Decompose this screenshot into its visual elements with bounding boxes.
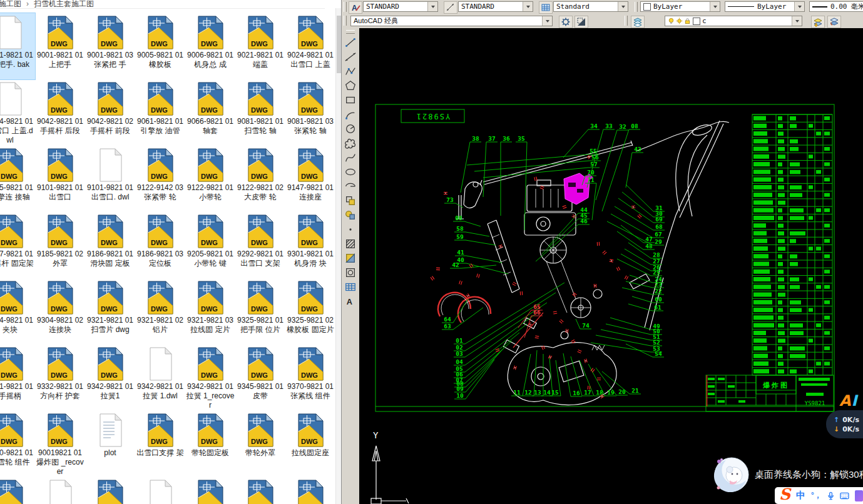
workspace-settings-gear-icon[interactable] [559, 16, 573, 28]
file-item[interactable]: DWG 9325-9821 02橡胶板 固定片 [285, 278, 335, 345]
dropdown-arrow-icon[interactable] [523, 2, 533, 11]
file-item[interactable]: DWG 拉线固定座 [285, 411, 335, 477]
file-item[interactable]: DWG [285, 477, 335, 504]
file-item[interactable]: DWG [85, 477, 135, 504]
file-item[interactable]: DWG 9321-9821 01扫雪片 dwg [85, 278, 135, 345]
tool-spline-button[interactable] [343, 150, 358, 164]
file-item[interactable]: DWG 9081-9821 03张紧轮 轴 [285, 79, 335, 146]
tool-line-button[interactable] [343, 35, 358, 49]
file-item[interactable]: DWG 9101-9821 01出雪口. dwl [85, 146, 135, 212]
file-item[interactable]: DWG 9122-9142 03张紧带 轮 [135, 146, 185, 212]
file-item[interactable]: DWG 9001-9821 01上把手 [35, 13, 85, 79]
file-item[interactable]: DWG 9085-9821 01引擎连 接轴 [0, 146, 35, 212]
linetype-dropdown[interactable]: ByLayer [725, 1, 805, 12]
tool-point-button[interactable] [343, 222, 358, 236]
file-item[interactable]: DWG 9081-9821 01扫雪轮 轴 [235, 79, 285, 146]
microphone-icon[interactable] [827, 491, 834, 500]
file-item[interactable]: DWG 9440-9821 01扫雪轮 组件 [0, 411, 35, 477]
keyboard-icon[interactable] [840, 492, 849, 500]
dropdown-arrow-icon[interactable] [542, 16, 552, 26]
file-item[interactable]: DWG 9061-9821 01引擎放 油管 [135, 79, 185, 146]
ime-skin-icon[interactable] [855, 490, 863, 501]
pet-puppy-moon-icon[interactable] [713, 456, 750, 493]
toolbar-grip[interactable] [344, 16, 347, 26]
dim-style-dropdown[interactable]: STANDARD [458, 1, 533, 12]
file-item[interactable]: DWG [35, 477, 85, 504]
layer-dropdown[interactable]: c [665, 16, 802, 26]
file-item[interactable]: DWG 9332-9821 01方向杆 护套 [35, 345, 85, 411]
layer-previous-icon[interactable] [827, 16, 841, 28]
file-item[interactable]: DWG 9122-9821 01小带轮 [185, 146, 235, 212]
file-item[interactable]: DWG 9147-9821 01连接座 [285, 146, 335, 212]
toolbar-grip[interactable] [635, 2, 638, 12]
ai-assistant-badge[interactable]: AI [839, 392, 858, 410]
file-item[interactable]: DWG [235, 477, 285, 504]
file-item[interactable]: DWG 9024-9821 01出雪口 上盖 [285, 13, 335, 79]
file-item[interactable]: DWG 9186-9821 03定位板 [135, 212, 185, 278]
file-item[interactable]: DWG 9321-9821 03拉线固 定片 [185, 278, 235, 345]
file-item[interactable]: DWG 9021-9821 01端盖 [235, 13, 285, 79]
dropdown-arrow-icon[interactable] [792, 16, 802, 26]
breadcrumb-parent[interactable]: 主套施工图 [0, 0, 21, 8]
tool-polyline-button[interactable] [343, 64, 358, 78]
tool-insert-block-button[interactable] [343, 193, 358, 208]
file-item[interactable]: DWG 9342-9821 01拉簧 1_recover [185, 345, 235, 411]
file-item[interactable]: DWG 9301-9821 01机身滑 块 [285, 212, 335, 278]
file-item[interactable]: DWG 9042-9821 01手摇杆 后段 [35, 79, 85, 146]
tool-arc-button[interactable] [343, 107, 358, 121]
file-item[interactable]: DWG 9342-9821 01拉簧1 [85, 345, 135, 411]
file-item[interactable]: DWG 9342-9821 01拉簧 1.dwl [135, 345, 185, 411]
file-item[interactable]: DWG 9304-9821 02连接块 [35, 278, 85, 345]
table-style-dropdown[interactable]: Standard [553, 1, 628, 12]
file-item[interactable]: DWG 9001-9821 03 张紧把 手 [85, 13, 135, 79]
file-item[interactable]: DWG 9345-9821 01皮带 [235, 345, 285, 411]
file-item[interactable]: DWG [135, 477, 185, 504]
file-item[interactable]: DWG 9205-9821 01小带轮 键 [185, 212, 235, 278]
tool-revision-cloud-button[interactable] [343, 136, 358, 150]
tool-region-button[interactable] [343, 265, 358, 280]
explorer-scrollbar[interactable] [335, 8, 341, 504]
ime-language-toggle[interactable]: 中 [796, 490, 805, 501]
dropdown-arrow-icon[interactable] [710, 2, 720, 11]
breadcrumb-current[interactable]: 扫雪机主套施工图 [34, 0, 94, 8]
file-item[interactable]: DWG 9186-9821 01滑块固 定板 [85, 212, 135, 278]
file-item[interactable]: DWG 9304-9821 01夹块 [0, 278, 35, 345]
dropdown-arrow-icon[interactable] [794, 2, 804, 11]
file-item[interactable]: DWG 9147-9821 01手摇杆 固定架 [0, 212, 35, 278]
tool-polygon-button[interactable] [343, 78, 358, 93]
file-item[interactable]: DWG 9292-9821 01出雪口 支架 [235, 212, 285, 278]
layer-properties-icon[interactable] [631, 16, 645, 28]
file-item[interactable]: DWG 9066-9821 01轴套 [185, 79, 235, 146]
file-item[interactable]: DWG plot [85, 411, 135, 477]
workspace-dropdown[interactable]: AutoCAD 经典 [350, 16, 553, 26]
sogou-logo-icon[interactable]: S [779, 485, 790, 503]
text-style-dropdown[interactable]: STANDARD [363, 1, 438, 12]
color-dropdown[interactable]: ByLayer [640, 1, 720, 12]
toolbar-grip[interactable] [344, 2, 347, 12]
table-style-icon[interactable] [539, 1, 553, 14]
tool-rectangle-button[interactable] [343, 93, 358, 107]
file-item[interactable]: DWG 9001-9821 01上把手. bak [0, 13, 35, 79]
file-item[interactable]: DWG 带轮固定板 [185, 411, 235, 477]
file-item[interactable]: DWG 9370-9821 01张紧线 组件 [285, 345, 335, 411]
lineweight-dropdown[interactable]: 0.00 毫米 [809, 1, 863, 12]
network-speed-widget[interactable]: ↑0K/s ↓0K/s [826, 410, 863, 438]
tool-construction-line-button[interactable] [343, 49, 358, 64]
tool-gradient-button[interactable] [343, 251, 358, 265]
tool-multiline-text-button[interactable]: A [343, 294, 358, 308]
tool-make-block-button[interactable] [343, 208, 358, 222]
toolbar-grip[interactable] [625, 16, 628, 26]
scrollbar-thumb[interactable] [337, 16, 341, 73]
tool-table-button[interactable] [343, 280, 358, 294]
file-item[interactable]: DWG 9042-9821 02手摇杆 前段 [85, 79, 135, 146]
layer-on-bulb-icon[interactable] [668, 18, 675, 24]
text-style-icon[interactable]: A [349, 1, 362, 14]
dropdown-arrow-icon[interactable] [427, 2, 437, 11]
file-item[interactable]: DWG 9006-9821 01机身总 成 [185, 13, 235, 79]
file-item[interactable]: DWG [0, 477, 35, 504]
file-item[interactable]: DWG 9331-9821 01手摇柄 [0, 345, 35, 411]
tool-ellipse-button[interactable] [343, 164, 358, 179]
file-item[interactable]: DWG 90019821 01爆炸图 _recover [35, 411, 85, 477]
layer-freeze-sun-icon[interactable] [676, 18, 683, 24]
make-layer-current-icon[interactable] [811, 16, 825, 28]
